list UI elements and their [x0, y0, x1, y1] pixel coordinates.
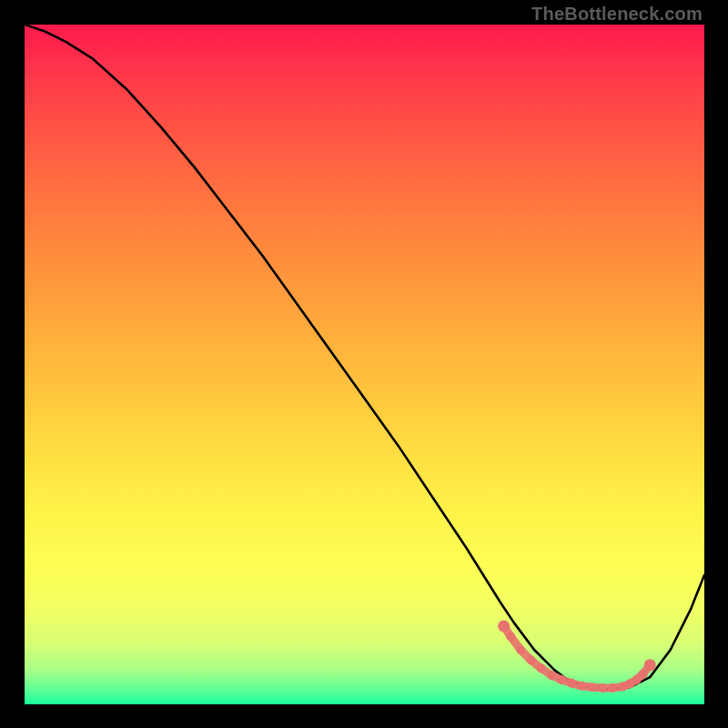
- chart-svg: [25, 25, 704, 704]
- marker-band: [504, 626, 651, 688]
- chart-stage: TheBottleneck.com: [0, 0, 728, 728]
- marker-dot: [588, 682, 597, 692]
- marker-dot: [598, 683, 607, 693]
- watermark-text: TheBottleneck.com: [531, 4, 703, 25]
- marker-dot: [527, 655, 536, 664]
- marker-dot: [639, 669, 648, 678]
- marker-dot: [644, 659, 656, 671]
- marker-dot: [498, 621, 510, 632]
- marker-dot: [567, 679, 576, 688]
- marker-dot: [516, 645, 525, 654]
- marker-dot: [506, 632, 515, 641]
- marker-dot: [557, 675, 566, 684]
- marker-dot: [608, 683, 617, 693]
- marker-dot: [578, 682, 587, 691]
- marker-dot: [547, 671, 556, 680]
- marker-dot: [632, 675, 641, 684]
- marker-dot: [537, 663, 546, 672]
- plot-area: [25, 25, 704, 704]
- curve-path: [25, 25, 704, 690]
